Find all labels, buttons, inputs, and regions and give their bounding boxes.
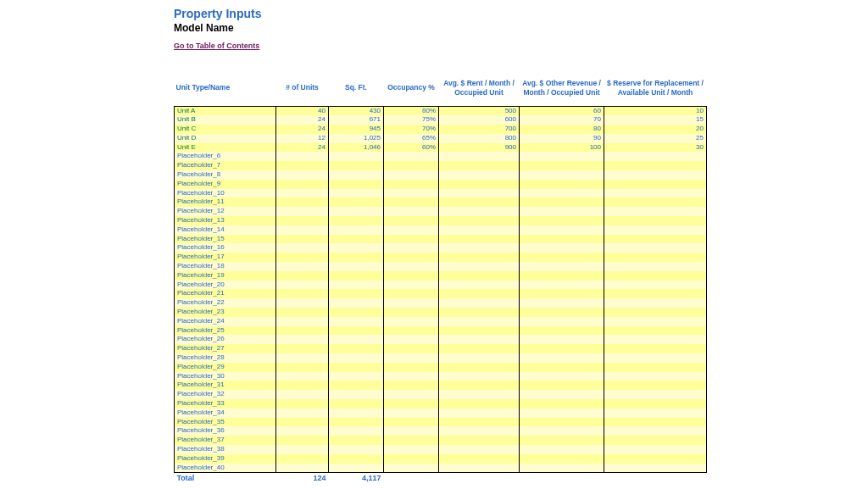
cell-occupancy[interactable]: [384, 418, 439, 427]
cell-reserve[interactable]: [604, 426, 707, 436]
cell-sqft[interactable]: [329, 289, 384, 298]
cell-other[interactable]: [520, 225, 604, 235]
cell-name[interactable]: Placeholder_18: [175, 262, 276, 271]
cell-name[interactable]: Placeholder_6: [175, 152, 276, 161]
cell-rent[interactable]: [439, 262, 520, 271]
cell-reserve[interactable]: [604, 353, 707, 363]
cell-units[interactable]: [276, 372, 329, 381]
cell-rent[interactable]: [439, 243, 520, 253]
cell-other[interactable]: [520, 170, 604, 180]
cell-sqft[interactable]: [329, 363, 384, 372]
cell-sqft[interactable]: [329, 243, 384, 253]
cell-reserve[interactable]: [604, 454, 707, 464]
cell-rent[interactable]: [439, 426, 520, 436]
cell-reserve[interactable]: [604, 152, 707, 161]
cell-rent[interactable]: [439, 271, 520, 281]
cell-name[interactable]: Placeholder_37: [175, 436, 276, 445]
cell-reserve[interactable]: [604, 399, 707, 408]
cell-sqft[interactable]: [329, 335, 384, 344]
cell-name[interactable]: Placeholder_14: [175, 225, 276, 235]
cell-name[interactable]: Placeholder_39: [175, 454, 276, 464]
cell-units[interactable]: [276, 426, 329, 436]
cell-sqft[interactable]: 671: [329, 115, 384, 125]
cell-other[interactable]: [520, 399, 604, 408]
cell-units[interactable]: [276, 464, 329, 473]
toc-link[interactable]: Go to Table of Contents: [174, 42, 259, 50]
cell-units[interactable]: [276, 445, 329, 454]
cell-name[interactable]: Placeholder_29: [175, 363, 276, 372]
cell-reserve[interactable]: [604, 253, 707, 262]
cell-sqft[interactable]: [329, 390, 384, 399]
cell-occupancy[interactable]: [384, 445, 439, 454]
cell-rent[interactable]: [439, 225, 520, 235]
cell-units[interactable]: [276, 152, 329, 161]
cell-reserve[interactable]: [604, 445, 707, 454]
cell-units[interactable]: [276, 363, 329, 372]
cell-rent[interactable]: 800: [439, 134, 520, 143]
cell-name[interactable]: Placeholder_33: [175, 399, 276, 408]
cell-units[interactable]: 12: [276, 134, 329, 143]
cell-occupancy[interactable]: [384, 161, 439, 170]
cell-other[interactable]: 80: [520, 125, 604, 134]
cell-other[interactable]: [520, 189, 604, 198]
cell-other[interactable]: [520, 372, 604, 381]
cell-occupancy[interactable]: [384, 216, 439, 225]
cell-name[interactable]: Placeholder_25: [175, 326, 276, 336]
cell-units[interactable]: [276, 344, 329, 353]
cell-sqft[interactable]: [329, 436, 384, 445]
cell-sqft[interactable]: [329, 197, 384, 207]
cell-reserve[interactable]: [604, 235, 707, 244]
cell-rent[interactable]: 600: [439, 115, 520, 125]
cell-rent[interactable]: [439, 289, 520, 298]
cell-name[interactable]: Placeholder_7: [175, 161, 276, 170]
cell-units[interactable]: [276, 207, 329, 216]
cell-units[interactable]: [276, 335, 329, 344]
cell-reserve[interactable]: [604, 408, 707, 418]
cell-reserve[interactable]: [604, 243, 707, 253]
cell-units[interactable]: [276, 262, 329, 271]
cell-sqft[interactable]: [329, 152, 384, 161]
cell-rent[interactable]: [439, 281, 520, 290]
cell-other[interactable]: [520, 271, 604, 281]
cell-name[interactable]: Placeholder_23: [175, 308, 276, 317]
cell-other[interactable]: [520, 464, 604, 473]
cell-name[interactable]: Placeholder_21: [175, 289, 276, 298]
cell-units[interactable]: 24: [276, 125, 329, 134]
cell-rent[interactable]: [439, 408, 520, 418]
cell-rent[interactable]: [439, 344, 520, 353]
cell-reserve[interactable]: 15: [604, 115, 707, 125]
cell-reserve[interactable]: [604, 281, 707, 290]
cell-sqft[interactable]: 945: [329, 125, 384, 134]
cell-reserve[interactable]: [604, 298, 707, 308]
cell-occupancy[interactable]: 80%: [384, 106, 439, 115]
cell-other[interactable]: [520, 445, 604, 454]
cell-units[interactable]: [276, 161, 329, 170]
cell-rent[interactable]: [439, 399, 520, 408]
cell-units[interactable]: 40: [276, 106, 329, 115]
cell-reserve[interactable]: [604, 161, 707, 170]
cell-name[interactable]: Placeholder_31: [175, 381, 276, 390]
cell-other[interactable]: 100: [520, 143, 604, 153]
cell-other[interactable]: [520, 418, 604, 427]
cell-sqft[interactable]: 1,046: [329, 143, 384, 153]
cell-occupancy[interactable]: [384, 464, 439, 473]
cell-occupancy[interactable]: [384, 281, 439, 290]
cell-units[interactable]: [276, 381, 329, 390]
cell-units[interactable]: [276, 298, 329, 308]
cell-rent[interactable]: [439, 170, 520, 180]
cell-units[interactable]: [276, 418, 329, 427]
cell-name[interactable]: Placeholder_26: [175, 335, 276, 344]
cell-sqft[interactable]: [329, 317, 384, 326]
cell-other[interactable]: [520, 335, 604, 344]
cell-other[interactable]: [520, 436, 604, 445]
cell-reserve[interactable]: 30: [604, 143, 707, 153]
cell-units[interactable]: 24: [276, 115, 329, 125]
cell-sqft[interactable]: [329, 418, 384, 427]
cell-occupancy[interactable]: [384, 298, 439, 308]
cell-name[interactable]: Placeholder_11: [175, 197, 276, 207]
cell-rent[interactable]: [439, 353, 520, 363]
cell-rent[interactable]: [439, 161, 520, 170]
cell-occupancy[interactable]: [384, 381, 439, 390]
cell-sqft[interactable]: [329, 399, 384, 408]
cell-name[interactable]: Placeholder_20: [175, 281, 276, 290]
